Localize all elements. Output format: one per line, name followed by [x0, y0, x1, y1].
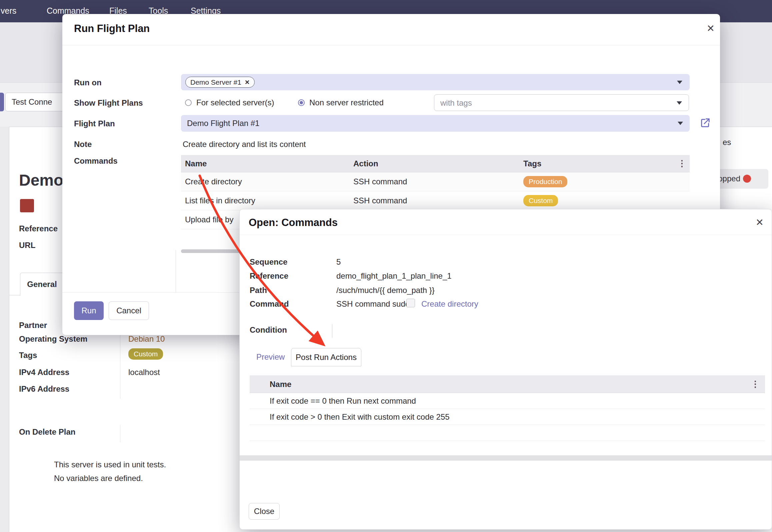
- action-row-text: If exit code == 0 then Run next command: [270, 396, 416, 406]
- nav-item-servers[interactable]: vers: [1, 6, 16, 16]
- run-button[interactable]: Run: [74, 301, 104, 320]
- table-row[interactable]: If exit code > 0 then Exit with custom e…: [250, 409, 765, 425]
- row-name: Upload file by: [185, 215, 233, 224]
- sequence-value: 5: [336, 257, 341, 267]
- operating-system-label: Operating System: [19, 334, 87, 344]
- status-dot-icon: [743, 175, 751, 183]
- flight-plan-label: Flight Plan: [74, 119, 115, 128]
- operating-system-value[interactable]: Debian 10: [128, 334, 165, 344]
- server-chip-label: Demo Server #1: [190, 78, 241, 86]
- commands-label: Commands: [74, 156, 118, 166]
- commands-table-header: Name Action Tags ⋮: [181, 155, 690, 172]
- show-flight-plans-label: Show Flight Plans: [74, 98, 143, 108]
- table-row[interactable]: List files in directory SSH command Cust…: [181, 191, 690, 210]
- flight-plan-select[interactable]: Demo Flight Plan #1: [181, 115, 690, 132]
- chevron-down-icon: [677, 101, 682, 105]
- run-on-server-select[interactable]: Demo Server #1 ✕: [181, 74, 690, 90]
- column-name[interactable]: Name: [270, 380, 291, 389]
- reference-label: Reference: [19, 224, 58, 233]
- command-value: SSH command sudo: [336, 299, 410, 309]
- row-action: SSH command: [353, 196, 407, 205]
- with-tags-placeholder: with tags: [440, 98, 472, 108]
- tags-label: Tags: [19, 351, 37, 360]
- chevron-down-icon: [677, 81, 682, 84]
- panel-corner-text: es: [723, 138, 731, 147]
- no-variables-note: No variables are defined.: [54, 474, 143, 483]
- note-value: Create directory and list its content: [183, 140, 306, 149]
- tag-custom: Custom: [523, 195, 558, 206]
- color-swatch[interactable]: [20, 199, 34, 212]
- close-button[interactable]: Close: [249, 503, 280, 520]
- open-modal-title: Open: Commands: [249, 217, 338, 229]
- server-chip[interactable]: Demo Server #1 ✕: [185, 77, 255, 88]
- tab-preview[interactable]: Preview: [256, 352, 285, 362]
- ipv4-label: IPv4 Address: [19, 368, 69, 377]
- table-row[interactable]: Create directory SSH command Production: [181, 172, 690, 191]
- horizontal-scrollbar-track[interactable]: [240, 455, 772, 461]
- run-on-label: Run on: [74, 78, 102, 87]
- with-tags-select[interactable]: with tags: [434, 94, 689, 111]
- condition-field-edge: [332, 324, 332, 338]
- column-action[interactable]: Action: [353, 159, 378, 168]
- radio-non-server-restricted-label: Non server restricted: [309, 98, 384, 107]
- external-link-icon[interactable]: [699, 117, 711, 129]
- table-row[interactable]: If exit code == 0 then Run next command: [250, 393, 765, 409]
- field-divider: [120, 425, 120, 442]
- partner-label: Partner: [19, 321, 47, 330]
- layout-divider: [176, 250, 176, 292]
- chip-remove-icon[interactable]: ✕: [245, 79, 250, 86]
- column-name[interactable]: Name: [185, 159, 207, 168]
- condition-label: Condition: [250, 325, 287, 335]
- screen: vers Commands Files Tools Settings Test …: [0, 0, 772, 532]
- unit-test-note: This server is used in unit tests.: [54, 460, 166, 469]
- tab-general[interactable]: General: [20, 273, 64, 296]
- ipv4-value: localhost: [128, 368, 160, 377]
- sequence-label: Sequence: [250, 257, 287, 267]
- path-label: Path: [250, 286, 267, 295]
- reference-label: Reference: [250, 271, 288, 281]
- radio-for-selected-servers-label: For selected server(s): [196, 98, 274, 107]
- chevron-down-icon: [678, 122, 683, 125]
- radio-for-selected-servers[interactable]: [185, 99, 192, 106]
- header-divider: [62, 45, 720, 45]
- empty-table-row: [250, 425, 765, 441]
- on-delete-plan-label: On Delete Plan: [19, 427, 75, 437]
- tag-custom-muted: Custom: [128, 348, 163, 360]
- row-name: List files in directory: [185, 196, 255, 205]
- radio-non-server-restricted[interactable]: [298, 99, 305, 106]
- open-commands-modal: Open: Commands ✕ Sequence 5 Reference de…: [239, 209, 772, 530]
- flight-plan-value: Demo Flight Plan #1: [187, 119, 259, 128]
- partial-button-edge[interactable]: [0, 93, 4, 111]
- row-name: Create directory: [185, 177, 242, 186]
- note-label: Note: [74, 140, 92, 149]
- command-label: Command: [250, 299, 289, 309]
- reference-value: demo_flight_plan_1_plan_line_1: [336, 271, 452, 281]
- close-icon[interactable]: ✕: [707, 23, 715, 34]
- path-value: /such/much/{{ demo_path }}: [336, 286, 435, 295]
- record-title: Demo: [19, 171, 63, 189]
- run-modal-title: Run Flight Plan: [74, 23, 150, 35]
- header-divider: [240, 235, 772, 235]
- url-label: URL: [19, 241, 35, 250]
- action-row-text: If exit code > 0 then Exit with custom e…: [270, 412, 450, 422]
- close-icon[interactable]: ✕: [756, 217, 764, 228]
- cancel-button[interactable]: Cancel: [109, 301, 149, 320]
- actions-table-header: Name ⋮: [250, 375, 765, 393]
- column-tags[interactable]: Tags: [523, 159, 541, 168]
- table-options-icon[interactable]: ⋮: [751, 379, 760, 389]
- table-options-icon[interactable]: ⋮: [678, 158, 686, 169]
- create-directory-link[interactable]: Create directory: [421, 299, 478, 309]
- tag-production: Production: [523, 176, 567, 187]
- ipv6-label: IPv6 Address: [19, 384, 69, 394]
- tab-post-run-actions[interactable]: Post Run Actions: [291, 348, 361, 366]
- sudo-checkbox[interactable]: [406, 299, 415, 307]
- row-action: SSH command: [353, 177, 407, 186]
